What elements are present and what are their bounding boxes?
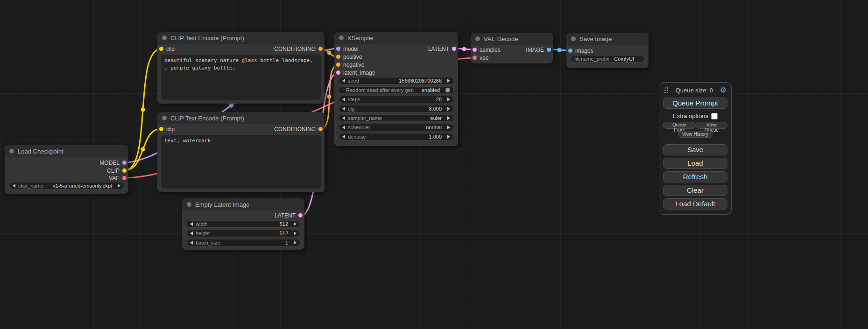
graph-canvas[interactable]: Load Checkpoint MODEL CLIP VAE ckpt_name…	[0, 0, 868, 329]
increment-arrow-icon[interactable]	[447, 107, 450, 111]
clip-slot-dot[interactable]	[159, 47, 163, 51]
decrement-arrow-icon[interactable]	[342, 135, 345, 139]
settings-gear-icon[interactable]: ⚙	[720, 86, 727, 94]
clip-slot-dot[interactable]	[122, 168, 127, 173]
increment-arrow-icon[interactable]	[447, 116, 450, 120]
increment-arrow-icon[interactable]	[118, 184, 120, 188]
input-slot-positive[interactable]: positive	[336, 54, 362, 60]
latent-slot-dot[interactable]	[336, 70, 340, 75]
collapse-dot[interactable]	[162, 35, 167, 40]
node-clip-text-encode-negative[interactable]: CLIP Text Encode (Prompt) clip CONDITION…	[157, 112, 325, 192]
decrement-arrow-icon[interactable]	[342, 126, 345, 129]
cfg-widget[interactable]: cfg 8.000	[339, 105, 454, 112]
node-clip-text-encode-positive[interactable]: CLIP Text Encode (Prompt) clip CONDITION…	[157, 32, 325, 104]
output-slot-image[interactable]: IMAGE	[526, 47, 551, 53]
increment-arrow-icon[interactable]	[294, 241, 296, 245]
increment-arrow-icon[interactable]	[294, 222, 296, 226]
view-queue-button[interactable]: View Queue	[696, 122, 727, 129]
latent-slot-dot[interactable]	[452, 47, 456, 51]
latent-slot-dot[interactable]	[473, 48, 477, 52]
collapse-dot[interactable]	[162, 116, 167, 120]
conditioning-slot-dot[interactable]	[336, 63, 340, 67]
latent-slot-dot[interactable]	[298, 213, 303, 217]
clip-slot-dot[interactable]	[159, 127, 163, 131]
node-title-bar[interactable]: KSampler	[334, 32, 458, 44]
input-slot-model[interactable]: model	[336, 46, 359, 52]
node-vae-decode[interactable]: VAE Decode samples IMAGE vae	[471, 33, 553, 63]
collapse-dot[interactable]	[571, 36, 576, 41]
negative-prompt-textarea[interactable]: text, watermark	[161, 135, 321, 189]
decrement-arrow-icon[interactable]	[13, 184, 15, 188]
batch-size-widget[interactable]: batch_size 1	[186, 239, 300, 246]
toggle-knob[interactable]	[445, 88, 450, 92]
height-widget[interactable]: height 512	[186, 230, 300, 237]
ckpt-name-widget[interactable]: ckpt_name v1-5-pruned-emaonly.ckpt	[9, 182, 124, 189]
collapse-dot[interactable]	[475, 36, 480, 41]
input-slot-images[interactable]: images	[568, 48, 593, 54]
vae-slot-dot[interactable]	[122, 176, 127, 180]
collapse-dot[interactable]	[339, 35, 344, 40]
seed-widget[interactable]: seed 156680208700286	[339, 77, 454, 84]
node-title-bar[interactable]: CLIP Text Encode (Prompt)	[157, 112, 325, 124]
input-slot-clip[interactable]: clip	[159, 46, 175, 52]
clear-button[interactable]: Clear	[663, 185, 727, 196]
conditioning-slot-dot[interactable]	[336, 55, 340, 59]
filename-prefix-widget[interactable]: filename_prefix ComfyUI	[571, 55, 644, 63]
input-slot-clip[interactable]: clip	[159, 126, 175, 133]
decrement-arrow-icon[interactable]	[190, 222, 193, 226]
increment-arrow-icon[interactable]	[447, 98, 450, 101]
node-ksampler[interactable]: KSampler model LATENT positive negative	[334, 32, 458, 146]
input-slot-samples[interactable]: samples	[473, 47, 501, 53]
scheduler-widget[interactable]: scheduler normal	[339, 124, 454, 131]
decrement-arrow-icon[interactable]	[342, 107, 345, 111]
node-title-bar[interactable]: VAE Decode	[471, 33, 553, 45]
denoise-widget[interactable]: denoise 1.000	[339, 133, 454, 140]
conditioning-slot-dot[interactable]	[318, 47, 323, 51]
steps-widget[interactable]: steps 20	[339, 96, 454, 103]
increment-arrow-icon[interactable]	[447, 126, 450, 129]
drag-handle-icon[interactable]	[664, 87, 669, 94]
output-slot-latent[interactable]: LATENT	[275, 212, 303, 219]
increment-arrow-icon[interactable]	[447, 135, 450, 139]
view-history-button[interactable]: View History	[678, 131, 712, 138]
node-load-checkpoint[interactable]: Load Checkpoint MODEL CLIP VAE ckpt_name…	[5, 145, 128, 194]
node-title-bar[interactable]: Empty Latent Image	[182, 198, 304, 210]
decrement-arrow-icon[interactable]	[342, 116, 345, 120]
queue-prompt-button[interactable]: Queue Prompt	[663, 98, 727, 109]
vae-slot-dot[interactable]	[473, 56, 477, 60]
node-empty-latent-image[interactable]: Empty Latent Image LATENT width 512 heig…	[182, 198, 304, 250]
node-save-image[interactable]: Save Image images filename_prefix ComfyU…	[566, 33, 649, 68]
conditioning-slot-dot[interactable]	[318, 127, 323, 131]
input-slot-latent-image[interactable]: latent_image	[336, 70, 375, 76]
collapse-dot[interactable]	[9, 149, 14, 154]
decrement-arrow-icon[interactable]	[342, 79, 345, 83]
increment-arrow-icon[interactable]	[294, 231, 296, 235]
image-slot-dot[interactable]	[568, 49, 572, 53]
output-slot-latent[interactable]: LATENT	[428, 46, 456, 52]
decrement-arrow-icon[interactable]	[190, 231, 193, 235]
random-seed-toggle[interactable]: Random seed after every gen enabled	[339, 86, 454, 94]
output-slot-conditioning[interactable]: CONDITIONING	[274, 46, 323, 52]
extra-options-checkbox[interactable]	[711, 113, 718, 119]
refresh-button[interactable]: Refresh	[663, 171, 727, 182]
sampler-name-widget[interactable]: sampler_name euler	[339, 114, 454, 122]
increment-arrow-icon[interactable]	[447, 79, 450, 83]
decrement-arrow-icon[interactable]	[342, 98, 345, 101]
node-title-bar[interactable]: Save Image	[566, 33, 649, 45]
output-slot-vae[interactable]: VAE	[109, 175, 127, 182]
load-button[interactable]: Load	[663, 158, 727, 169]
collapse-dot[interactable]	[187, 202, 191, 207]
image-slot-dot[interactable]	[547, 48, 551, 52]
output-slot-clip[interactable]: CLIP	[107, 168, 127, 174]
output-slot-conditioning[interactable]: CONDITIONING	[274, 126, 323, 133]
output-slot-model[interactable]: MODEL	[99, 160, 127, 166]
width-widget[interactable]: width 512	[186, 220, 300, 228]
load-default-button[interactable]: Load Default	[663, 198, 727, 210]
decrement-arrow-icon[interactable]	[190, 241, 193, 245]
node-title-bar[interactable]: Load Checkpoint	[5, 145, 128, 157]
model-slot-dot[interactable]	[122, 161, 127, 165]
queue-front-button[interactable]: Queue Front	[663, 122, 696, 129]
save-button[interactable]: Save	[663, 144, 727, 155]
input-slot-vae[interactable]: vae	[473, 55, 488, 61]
input-slot-negative[interactable]: negative	[336, 62, 364, 68]
